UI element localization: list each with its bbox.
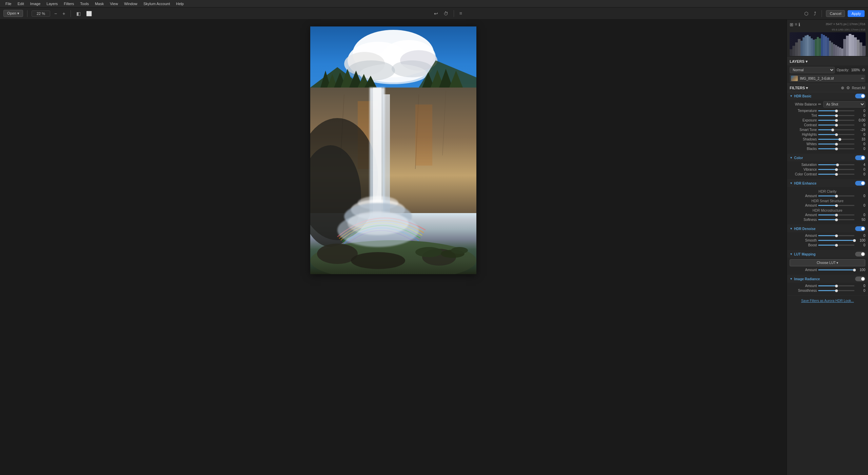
layers-header[interactable]: LAYERS ▾: [787, 58, 868, 65]
choose-lut-button[interactable]: Choose LUT ▾: [790, 259, 865, 266]
hdr-micro-softness-label: Softness: [790, 218, 817, 222]
lut-amount-slider[interactable]: [818, 269, 854, 270]
hdr-denoise-header[interactable]: ▼ HDR Denoise: [787, 225, 868, 232]
svg-rect-57: [809, 36, 811, 56]
layer-options-icon[interactable]: ⚙: [862, 68, 865, 72]
whites-slider[interactable]: [818, 144, 854, 145]
color-header[interactable]: ▼ Color: [787, 154, 868, 162]
canvas-image: [310, 26, 476, 274]
smart-tone-row: Smart Tone -29: [790, 128, 865, 132]
hdr-enhance-header[interactable]: ▼ HDR Enhance: [787, 179, 868, 187]
saturation-slider[interactable]: [818, 164, 854, 165]
lut-toggle[interactable]: [855, 252, 865, 256]
cancel-button[interactable]: Cancel: [826, 10, 845, 17]
menu-mask[interactable]: Mask: [92, 1, 106, 6]
opacity-value: 100%: [851, 68, 860, 72]
denoise-boost-slider[interactable]: [818, 245, 854, 246]
canvas-area[interactable]: [0, 20, 787, 475]
compare-button[interactable]: ◧: [75, 10, 82, 18]
radiance-amount-slider[interactable]: [818, 285, 854, 286]
wb-pencil-icon[interactable]: ✏: [818, 102, 821, 107]
color-content: Saturation 4 Vibrance 0 Colo: [787, 162, 868, 179]
hdr-micro-softness-slider[interactable]: [818, 219, 854, 220]
filter-group-lut: ▼ LUT Mapping Choose LUT ▾ Amount 100: [787, 250, 868, 275]
toolbar-separator-1: [27, 10, 27, 17]
share-button[interactable]: ⤴: [812, 10, 817, 18]
exposure-slider[interactable]: [818, 120, 854, 121]
vibrance-slider[interactable]: [818, 169, 854, 170]
histogram-area: ⊞ ⌗ ℹ 3547 × 5471 px | 17mm | f/16 f/5.6…: [787, 20, 868, 58]
contrast-slider[interactable]: [818, 125, 854, 126]
histogram-grid-icon[interactable]: ⊞: [790, 22, 793, 27]
svg-rect-73: [841, 49, 843, 56]
menu-skylum-account[interactable]: Skylum Account: [141, 1, 173, 6]
menu-file[interactable]: File: [3, 1, 14, 6]
temperature-slider[interactable]: [818, 110, 854, 111]
layer-thumbnail: [791, 76, 798, 81]
history-button[interactable]: ⏱: [442, 10, 450, 18]
svg-rect-50: [792, 46, 795, 56]
blacks-slider[interactable]: [818, 148, 854, 149]
filter-add-icon[interactable]: ⊕: [841, 86, 844, 90]
menu-filters[interactable]: Filters: [61, 1, 77, 6]
histogram-crop-icon[interactable]: ⌗: [795, 22, 797, 27]
blend-mode-select[interactable]: Normal: [790, 67, 835, 73]
menu-tools[interactable]: Tools: [77, 1, 92, 6]
svg-rect-70: [835, 45, 837, 56]
hdr-smart-amount-slider[interactable]: [818, 205, 854, 206]
menu-image[interactable]: Image: [27, 1, 43, 6]
hdr-denoise-toggle[interactable]: [855, 226, 865, 231]
image-radiance-header[interactable]: ▼ Image Radiance: [787, 275, 868, 283]
shadows-slider[interactable]: [818, 139, 854, 140]
hdr-basic-toggle[interactable]: [855, 94, 865, 98]
reset-all-button[interactable]: Reset All: [852, 86, 865, 90]
denoise-smooth-slider[interactable]: [818, 240, 854, 241]
menu-view[interactable]: View: [107, 1, 121, 6]
hdr-smart-amount-label: Amount: [790, 204, 817, 207]
radiance-smoothness-slider[interactable]: [818, 290, 854, 291]
hdr-micro-amount-slider[interactable]: [818, 214, 854, 215]
color-toggle[interactable]: [855, 155, 865, 160]
zoom-input[interactable]: [32, 11, 50, 17]
white-balance-row: White Balance ✏ As Shot Auto Daylight Cl…: [790, 101, 865, 108]
hdr-smart-amount-row: Amount 0: [790, 204, 865, 207]
highlights-slider[interactable]: [818, 134, 854, 135]
zoom-plus-button[interactable]: +: [61, 10, 66, 18]
filter-settings-icon[interactable]: ⚙: [846, 86, 850, 90]
layer-edit-icon[interactable]: ✏: [861, 77, 864, 80]
hdr-clarity-amount-slider[interactable]: [818, 195, 854, 196]
svg-rect-78: [854, 37, 857, 56]
hdr-enhance-toggle[interactable]: [855, 181, 865, 186]
exposure-row: Exposure 0.00: [790, 118, 865, 122]
denoise-amount-slider[interactable]: [818, 235, 854, 236]
export-button[interactable]: ⬡: [803, 10, 810, 18]
save-filters-link[interactable]: Save Filters as Aurora HDR Look...: [801, 299, 854, 303]
hdr-basic-header[interactable]: ▼ HDR Basic: [787, 92, 868, 100]
histogram-info-icon[interactable]: ℹ: [798, 22, 800, 27]
compare2-button[interactable]: ⬜: [85, 10, 93, 18]
hdr-micro-amount-label: Amount: [790, 213, 817, 217]
layer-item[interactable]: IMG_8981_2_3-Edit.tif ✏: [790, 75, 865, 82]
zoom-minus-button[interactable]: −: [53, 10, 58, 18]
crop-button[interactable]: ⌗: [458, 9, 463, 18]
menu-layers[interactable]: Layers: [44, 1, 60, 6]
menu-edit[interactable]: Edit: [15, 1, 27, 6]
svg-rect-67: [829, 41, 831, 56]
layer-name: IMG_8981_2_3-Edit.tif: [800, 77, 859, 80]
tint-slider[interactable]: [818, 115, 854, 116]
undo-button[interactable]: ↩: [433, 10, 439, 18]
highlights-value: 0: [856, 133, 865, 136]
smart-tone-slider[interactable]: [818, 129, 854, 130]
menu-help[interactable]: Help: [173, 1, 186, 6]
apply-button[interactable]: Apply: [848, 10, 865, 17]
highlights-row: Highlights 0: [790, 133, 865, 136]
histogram-canvas: [790, 32, 866, 56]
filters-title: FILTERS ▾: [790, 86, 841, 90]
open-button[interactable]: Open ▾: [3, 10, 23, 17]
menu-window[interactable]: Window: [121, 1, 140, 6]
hdr-denoise-arrow: ▼: [790, 227, 793, 230]
image-radiance-toggle[interactable]: [855, 277, 865, 281]
lut-header[interactable]: ▼ LUT Mapping: [787, 250, 868, 258]
color-contrast-slider[interactable]: [818, 174, 854, 175]
wb-select[interactable]: As Shot Auto Daylight Cloudy: [823, 101, 865, 108]
